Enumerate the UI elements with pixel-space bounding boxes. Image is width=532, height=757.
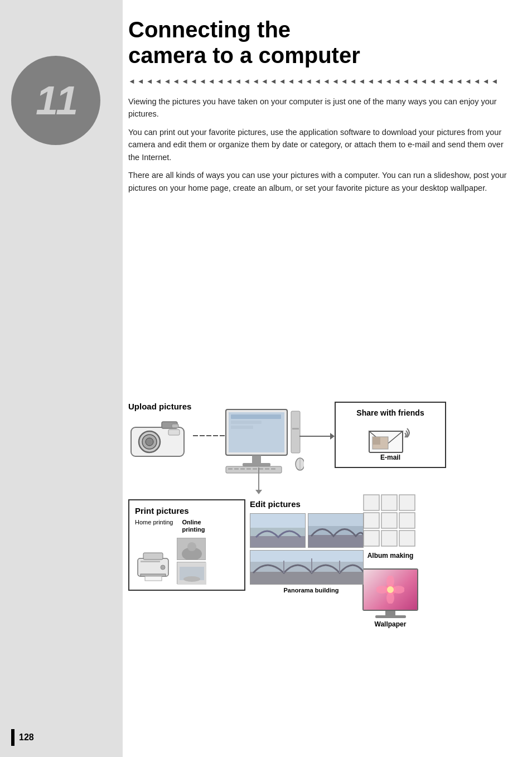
svg-point-44 — [393, 586, 404, 594]
album-label: Album making — [367, 552, 414, 560]
svg-rect-6 — [172, 424, 178, 428]
email-area: E-mail — [341, 423, 439, 461]
print-icons-row — [135, 538, 239, 584]
down-arrow — [255, 467, 262, 494]
edit-section: Edit pictures — [250, 499, 373, 594]
edit-photo-panorama — [250, 550, 364, 585]
print-photo-thumb-2 — [177, 562, 206, 584]
svg-rect-62 — [308, 535, 364, 548]
body-paragraph-2: You can print out your favorite pictures… — [128, 126, 507, 163]
illustration-area: Upload pictures — [0, 390, 532, 725]
share-arrow — [299, 433, 335, 440]
diagram: Upload pictures — [128, 402, 519, 714]
page-number-area: 128 — [0, 729, 123, 746]
share-box-title: Share with friends — [341, 408, 439, 417]
svg-rect-49 — [145, 576, 162, 581]
svg-rect-12 — [252, 455, 261, 463]
svg-rect-20 — [234, 468, 239, 470]
svg-rect-48 — [141, 574, 166, 576]
body-text: Viewing the pictures you have taken on y… — [128, 95, 507, 194]
wallpaper-label: Wallpaper — [375, 620, 407, 628]
chapter-circle: 11 — [11, 56, 100, 145]
svg-point-50 — [161, 565, 165, 570]
print-sublabels: Home printing Onlineprinting — [135, 519, 239, 533]
online-printing-label: Onlineprinting — [182, 519, 205, 533]
svg-rect-63 — [308, 514, 364, 526]
svg-point-43 — [376, 586, 388, 594]
edit-box-title: Edit pictures — [250, 499, 373, 509]
svg-rect-25 — [265, 468, 269, 470]
main-content: Connecting the camera to a computer ◄◄◄◄… — [128, 17, 519, 200]
svg-rect-10 — [231, 421, 262, 424]
body-paragraph-3: There are all kinds of ways you can use … — [128, 169, 507, 194]
svg-rect-33 — [399, 495, 415, 510]
camera-icon — [128, 417, 190, 461]
edit-photo-2 — [308, 513, 364, 548]
svg-rect-60 — [250, 514, 306, 528]
upload-label: Upload pictures — [128, 402, 191, 412]
svg-rect-15 — [292, 428, 299, 430]
body-paragraph-1: Viewing the pictures you have taken on y… — [128, 95, 507, 120]
print-box-title: Print pictures — [135, 506, 239, 515]
svg-rect-66 — [250, 551, 364, 562]
print-photo-thumb-1 — [177, 538, 206, 560]
email-label: E-mail — [380, 454, 400, 461]
svg-point-54 — [187, 542, 196, 551]
print-box: Print pictures Home printing Onlineprint… — [128, 499, 245, 591]
svg-rect-19 — [228, 468, 233, 470]
svg-rect-26 — [271, 468, 275, 470]
page-number: 128 — [19, 732, 34, 742]
edit-photo-1 — [250, 513, 306, 548]
svg-rect-32 — [381, 495, 397, 510]
svg-rect-36 — [399, 513, 415, 528]
svg-rect-11 — [231, 426, 253, 429]
svg-rect-38 — [381, 531, 397, 546]
svg-rect-21 — [240, 468, 245, 470]
monitor-icon — [223, 408, 304, 478]
svg-point-45 — [387, 586, 394, 593]
print-photo-thumbs — [177, 538, 206, 584]
share-box: Share with friends — [335, 402, 446, 468]
svg-point-4 — [146, 438, 153, 446]
chapter-number: 11 — [36, 78, 76, 123]
svg-rect-30 — [373, 437, 380, 445]
svg-rect-47 — [143, 553, 163, 560]
email-icon — [368, 423, 413, 454]
svg-rect-13 — [243, 463, 270, 466]
svg-rect-39 — [399, 531, 415, 546]
svg-point-41 — [386, 576, 394, 587]
svg-rect-35 — [381, 513, 397, 528]
svg-rect-22 — [246, 468, 251, 470]
page-number-bar — [11, 729, 14, 746]
edit-images-row1 — [250, 513, 373, 548]
svg-rect-14 — [291, 411, 300, 453]
svg-rect-9 — [231, 414, 281, 419]
svg-rect-5 — [168, 430, 180, 435]
page-title: Connecting the camera to a computer — [128, 17, 519, 68]
svg-rect-65 — [250, 572, 364, 585]
svg-point-42 — [386, 592, 394, 604]
decorative-arrows: ◄◄◄◄◄◄◄◄◄◄◄◄◄◄◄◄◄◄◄◄◄◄◄◄◄◄◄◄◄◄◄◄◄◄◄◄◄◄◄◄… — [128, 77, 519, 85]
home-printing-label: Home printing — [135, 519, 173, 533]
svg-point-57 — [183, 576, 200, 582]
panorama-label: Panorama building — [250, 587, 373, 594]
svg-rect-51 — [141, 561, 160, 562]
printer-icon — [135, 548, 171, 584]
